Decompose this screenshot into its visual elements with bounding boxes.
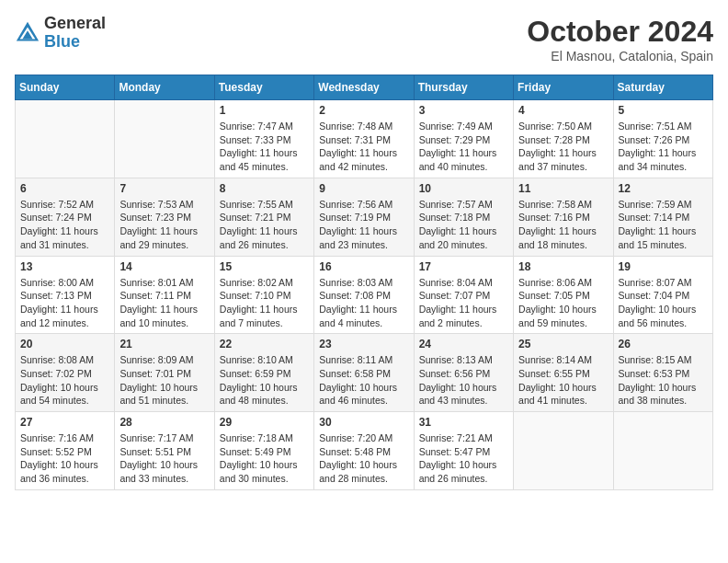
calendar-cell: 25Sunrise: 8:14 AMSunset: 6:55 PMDayligh… [514,334,613,412]
calendar-week-row: 20Sunrise: 8:08 AMSunset: 7:02 PMDayligh… [16,334,713,412]
calendar-cell: 17Sunrise: 8:04 AMSunset: 7:07 PMDayligh… [414,256,513,334]
day-info: Sunrise: 7:18 AMSunset: 5:49 PMDaylight:… [220,431,309,486]
calendar-cell: 21Sunrise: 8:09 AMSunset: 7:01 PMDayligh… [115,334,214,412]
calendar-week-row: 6Sunrise: 7:52 AMSunset: 7:24 PMDaylight… [16,178,713,256]
calendar-table: SundayMondayTuesdayWednesdayThursdayFrid… [15,75,713,490]
day-number: 1 [220,104,309,117]
calendar-cell: 16Sunrise: 8:03 AMSunset: 7:08 PMDayligh… [314,256,414,334]
calendar-cell: 23Sunrise: 8:11 AMSunset: 6:58 PMDayligh… [314,334,414,412]
day-number: 7 [119,182,209,195]
day-number: 24 [419,338,508,350]
day-info: Sunrise: 8:06 AMSunset: 7:05 PMDaylight:… [518,276,608,330]
day-number: 22 [220,338,309,350]
day-number: 31 [419,416,508,429]
day-info: Sunrise: 7:53 AMSunset: 7:23 PMDaylight:… [119,198,209,252]
day-info: Sunrise: 7:50 AMSunset: 7:28 PMDaylight:… [518,120,608,174]
day-number: 16 [319,260,408,273]
calendar-cell: 26Sunrise: 8:15 AMSunset: 6:53 PMDayligh… [613,334,712,412]
day-number: 8 [220,182,309,195]
weekday-header-monday: Monday [115,75,214,100]
day-info: Sunrise: 8:08 AMSunset: 7:02 PMDaylight:… [20,353,109,408]
calendar-cell: 8Sunrise: 7:55 AMSunset: 7:21 PMDaylight… [214,178,313,256]
calendar-cell: 11Sunrise: 7:58 AMSunset: 7:16 PMDayligh… [514,178,613,256]
weekday-header-thursday: Thursday [414,75,513,100]
day-info: Sunrise: 7:51 AMSunset: 7:26 PMDaylight:… [619,120,708,174]
calendar-week-row: 13Sunrise: 8:00 AMSunset: 7:13 PMDayligh… [16,256,713,334]
day-number: 5 [619,104,708,117]
calendar-cell: 13Sunrise: 8:00 AMSunset: 7:13 PMDayligh… [16,256,115,334]
day-info: Sunrise: 7:47 AMSunset: 7:33 PMDaylight:… [220,120,309,174]
day-info: Sunrise: 7:48 AMSunset: 7:31 PMDaylight:… [319,120,408,174]
day-number: 13 [20,260,109,273]
calendar-cell [16,100,115,178]
day-number: 15 [220,260,309,273]
day-info: Sunrise: 7:58 AMSunset: 7:16 PMDaylight:… [518,198,608,252]
day-number: 30 [319,416,408,429]
day-number: 25 [518,338,608,350]
calendar-cell: 6Sunrise: 7:52 AMSunset: 7:24 PMDaylight… [16,178,115,256]
day-number: 11 [518,182,608,195]
day-info: Sunrise: 7:16 AMSunset: 5:52 PMDaylight:… [20,431,109,486]
logo-general-text: General [44,14,106,32]
location-text: El Masnou, Catalonia, Spain [527,49,713,63]
calendar-cell: 29Sunrise: 7:18 AMSunset: 5:49 PMDayligh… [214,412,313,490]
day-info: Sunrise: 7:49 AMSunset: 7:29 PMDaylight:… [419,120,508,174]
day-number: 2 [319,104,408,117]
calendar-cell: 19Sunrise: 8:07 AMSunset: 7:04 PMDayligh… [613,256,712,334]
calendar-cell: 1Sunrise: 7:47 AMSunset: 7:33 PMDaylight… [214,100,313,178]
calendar-cell: 24Sunrise: 8:13 AMSunset: 6:56 PMDayligh… [414,334,513,412]
calendar-cell [613,412,712,490]
day-info: Sunrise: 8:04 AMSunset: 7:07 PMDaylight:… [419,276,508,330]
day-info: Sunrise: 7:57 AMSunset: 7:18 PMDaylight:… [419,198,508,252]
weekday-header-sunday: Sunday [16,75,115,100]
weekday-header-friday: Friday [514,75,613,100]
day-info: Sunrise: 8:00 AMSunset: 7:13 PMDaylight:… [20,276,109,330]
day-info: Sunrise: 8:13 AMSunset: 6:56 PMDaylight:… [419,353,508,408]
day-number: 17 [419,260,508,273]
weekday-header-row: SundayMondayTuesdayWednesdayThursdayFrid… [16,75,713,100]
day-number: 28 [119,416,209,429]
day-info: Sunrise: 8:09 AMSunset: 7:01 PMDaylight:… [119,353,209,408]
day-info: Sunrise: 7:56 AMSunset: 7:19 PMDaylight:… [319,198,408,252]
calendar-cell: 15Sunrise: 8:02 AMSunset: 7:10 PMDayligh… [214,256,313,334]
day-info: Sunrise: 8:02 AMSunset: 7:10 PMDaylight:… [220,276,309,330]
weekday-header-saturday: Saturday [613,75,712,100]
calendar-cell: 2Sunrise: 7:48 AMSunset: 7:31 PMDaylight… [314,100,414,178]
day-number: 4 [518,104,608,117]
calendar-cell [514,412,613,490]
day-info: Sunrise: 7:55 AMSunset: 7:21 PMDaylight:… [220,198,309,252]
day-info: Sunrise: 7:59 AMSunset: 7:14 PMDaylight:… [619,198,708,252]
calendar-cell: 27Sunrise: 7:16 AMSunset: 5:52 PMDayligh… [16,412,115,490]
logo-blue-text: Blue [44,32,80,51]
calendar-cell: 31Sunrise: 7:21 AMSunset: 5:47 PMDayligh… [414,412,513,490]
calendar-cell: 4Sunrise: 7:50 AMSunset: 7:28 PMDaylight… [514,100,613,178]
calendar-cell: 12Sunrise: 7:59 AMSunset: 7:14 PMDayligh… [613,178,712,256]
title-area: October 2024 El Masnou, Catalonia, Spain [527,15,713,63]
day-info: Sunrise: 8:15 AMSunset: 6:53 PMDaylight:… [619,353,708,408]
calendar-week-row: 1Sunrise: 7:47 AMSunset: 7:33 PMDaylight… [16,100,713,178]
day-info: Sunrise: 8:07 AMSunset: 7:04 PMDaylight:… [619,276,708,330]
day-number: 18 [518,260,608,273]
day-number: 23 [319,338,408,350]
day-number: 14 [119,260,209,273]
calendar-cell: 28Sunrise: 7:17 AMSunset: 5:51 PMDayligh… [115,412,214,490]
day-info: Sunrise: 7:21 AMSunset: 5:47 PMDaylight:… [419,431,508,486]
calendar-cell: 9Sunrise: 7:56 AMSunset: 7:19 PMDaylight… [314,178,414,256]
day-number: 9 [319,182,408,195]
calendar-cell: 7Sunrise: 7:53 AMSunset: 7:23 PMDaylight… [115,178,214,256]
weekday-header-tuesday: Tuesday [214,75,313,100]
day-number: 6 [20,182,109,195]
day-number: 19 [619,260,708,273]
calendar-cell: 22Sunrise: 8:10 AMSunset: 6:59 PMDayligh… [214,334,313,412]
day-info: Sunrise: 8:01 AMSunset: 7:11 PMDaylight:… [119,276,209,330]
calendar-cell: 5Sunrise: 7:51 AMSunset: 7:26 PMDaylight… [613,100,712,178]
day-number: 26 [619,338,708,350]
day-info: Sunrise: 8:03 AMSunset: 7:08 PMDaylight:… [319,276,408,330]
calendar-cell: 30Sunrise: 7:20 AMSunset: 5:48 PMDayligh… [314,412,414,490]
day-info: Sunrise: 7:17 AMSunset: 5:51 PMDaylight:… [119,431,209,486]
day-number: 29 [220,416,309,429]
calendar-cell: 18Sunrise: 8:06 AMSunset: 7:05 PMDayligh… [514,256,613,334]
day-number: 10 [419,182,508,195]
weekday-header-wednesday: Wednesday [314,75,414,100]
month-title: October 2024 [527,15,713,49]
